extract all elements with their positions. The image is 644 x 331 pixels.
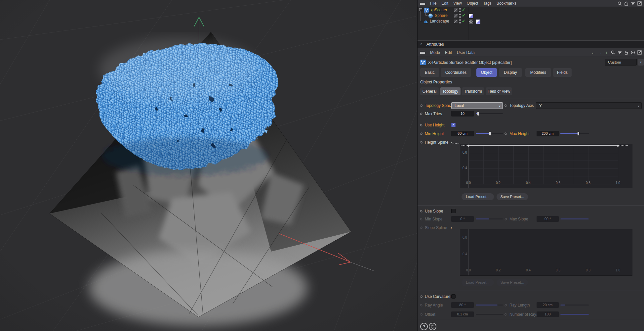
x-tick: 1.0 xyxy=(616,268,620,272)
subtab-topology[interactable]: Topology xyxy=(440,87,461,95)
tab-display[interactable]: Display xyxy=(499,68,522,77)
target-icon[interactable] xyxy=(630,50,635,55)
max-height-value[interactable]: 200 cm xyxy=(537,131,559,136)
enabled-check-icon[interactable]: ✓ xyxy=(462,7,465,12)
tag-icon[interactable] xyxy=(476,19,480,25)
visibility-dots[interactable] xyxy=(459,14,461,19)
hamburger-menu-icon[interactable] xyxy=(420,2,425,5)
keyframe-diamond[interactable] xyxy=(420,295,423,298)
spline-control-point[interactable] xyxy=(467,145,469,147)
use-height-checkbox[interactable] xyxy=(451,123,456,127)
am-menu-mode[interactable]: Mode xyxy=(430,50,440,55)
save-preset-button-disabled: Save Preset... xyxy=(497,279,528,286)
right-panel-stack: File Edit View Object Tags Bookmarks xyxy=(417,0,644,331)
om-menu-file[interactable]: File xyxy=(430,1,436,6)
min-height-value[interactable]: 60 cm xyxy=(451,131,474,136)
keyframe-diamond xyxy=(420,313,423,316)
om-column-divider xyxy=(468,7,468,40)
max-tries-value[interactable]: 10 xyxy=(451,111,474,117)
am-menu-userdata[interactable]: User Data xyxy=(457,50,475,55)
tab-object[interactable]: Object xyxy=(476,68,497,77)
keyframe-diamond xyxy=(504,218,507,220)
tree-row-landscape[interactable]: Landscape ✓ xyxy=(418,19,644,24)
lock-icon[interactable] xyxy=(624,50,629,55)
layer-toggle-icon[interactable] xyxy=(454,20,458,23)
row-ray-angle-length: Ray Angle 80 ° Ray Length 20 cm xyxy=(418,302,644,308)
subtab-general[interactable]: General xyxy=(420,87,439,95)
home-icon[interactable] xyxy=(624,1,629,6)
preset-dropdown[interactable]: Custom xyxy=(605,59,637,66)
om-menu-bookmarks[interactable]: Bookmarks xyxy=(497,1,516,6)
topology-space-dropdown[interactable]: Local xyxy=(451,102,503,109)
enabled-check-icon[interactable]: ✓ xyxy=(462,13,465,18)
tab-basic[interactable]: Basic xyxy=(420,68,439,77)
use-curvature-checkbox[interactable] xyxy=(451,294,456,299)
layer-toggle-icon[interactable] xyxy=(454,8,458,12)
load-preset-button-disabled: Load Preset... xyxy=(462,279,494,286)
keyframe-diamond[interactable] xyxy=(420,124,423,126)
number-of-rays-slider xyxy=(560,311,589,317)
x-tick: 0.8 xyxy=(586,268,590,272)
keyframe-diamond[interactable] xyxy=(420,210,423,213)
filter-icon[interactable] xyxy=(617,50,622,55)
param-label: Max Tries xyxy=(425,112,442,116)
row-use-slope: Use Slope xyxy=(418,208,644,214)
object-label[interactable]: Sphere xyxy=(435,13,448,18)
viewport-3d[interactable] xyxy=(0,0,417,331)
visibility-dots[interactable] xyxy=(459,19,461,24)
spline-expander-icon[interactable]: › xyxy=(451,140,452,145)
om-menu-edit[interactable]: Edit xyxy=(441,1,448,6)
keyframe-diamond[interactable] xyxy=(420,141,423,144)
spline-control-point[interactable] xyxy=(617,145,619,147)
close-icon[interactable]: × xyxy=(420,42,422,46)
keyframe-diamond[interactable] xyxy=(504,104,507,107)
up-arrow-icon[interactable]: ↑ xyxy=(604,50,609,55)
object-label[interactable]: xpScatter xyxy=(430,8,447,12)
max-tries-slider[interactable] xyxy=(476,111,503,117)
enabled-check-icon[interactable]: ✓ xyxy=(462,19,465,24)
save-preset-button[interactable]: Save Preset... xyxy=(497,193,528,200)
popout-window-icon[interactable] xyxy=(637,50,642,55)
height-spline-graph[interactable]: 0.8 0.4 0.0 0.2 0.4 0.6 0.8 1.0 xyxy=(460,144,632,188)
tree-row-sphere[interactable]: Sphere ✓ xyxy=(418,13,644,19)
hamburger-menu-icon[interactable] xyxy=(420,51,425,54)
object-label[interactable]: Landscape xyxy=(430,19,449,24)
om-menu-view[interactable]: View xyxy=(453,1,462,6)
visibility-dots[interactable] xyxy=(459,8,461,13)
spline-expander-icon[interactable]: › xyxy=(451,225,452,230)
max-height-slider[interactable] xyxy=(560,131,589,136)
am-menu-edit[interactable]: Edit xyxy=(445,50,452,55)
param-label: Max Height xyxy=(509,131,530,136)
filter-icon[interactable] xyxy=(630,1,635,6)
search-icon[interactable] xyxy=(611,50,616,55)
search-icon[interactable] xyxy=(617,1,622,6)
popout-window-icon[interactable] xyxy=(637,1,642,6)
tree-row-xpscatter[interactable]: xpScatter ✓ xyxy=(418,7,644,13)
min-height-slider[interactable] xyxy=(476,131,503,136)
spline-curve[interactable] xyxy=(468,145,618,146)
param-label: Slope Spline xyxy=(425,225,447,230)
keyframe-diamond[interactable] xyxy=(420,104,423,107)
use-slope-checkbox[interactable] xyxy=(451,209,456,213)
keyframe-diamond[interactable] xyxy=(504,132,507,135)
reset-icon[interactable] xyxy=(429,323,436,330)
topology-axis-dropdown[interactable]: Y xyxy=(536,102,642,109)
layer-toggle-icon[interactable] xyxy=(454,14,458,18)
om-menu-tags[interactable]: Tags xyxy=(483,1,492,6)
tab-coordinates[interactable]: Coordinates xyxy=(441,68,471,77)
help-icon[interactable]: ? xyxy=(420,323,428,330)
keyframe-diamond[interactable] xyxy=(420,113,423,115)
preset-dropdown-caret[interactable]: ▾ xyxy=(638,59,644,66)
back-arrow-icon[interactable]: ← xyxy=(591,50,596,55)
om-menu-object[interactable]: Object xyxy=(467,1,478,6)
subtab-transform[interactable]: Transform xyxy=(462,87,484,95)
tab-modifiers[interactable]: Modifiers xyxy=(525,68,551,77)
param-label: Number of Rays xyxy=(509,312,538,317)
tab-fields[interactable]: Fields xyxy=(553,68,572,77)
subtab-field-of-view[interactable]: Field of View xyxy=(486,87,512,95)
load-preset-button[interactable]: Load Preset... xyxy=(462,193,494,200)
param-label: Use Curvature xyxy=(425,294,450,299)
display-tag-icon[interactable] xyxy=(469,19,473,25)
keyframe-diamond[interactable] xyxy=(420,132,423,135)
forward-arrow-icon[interactable]: → xyxy=(597,50,602,55)
